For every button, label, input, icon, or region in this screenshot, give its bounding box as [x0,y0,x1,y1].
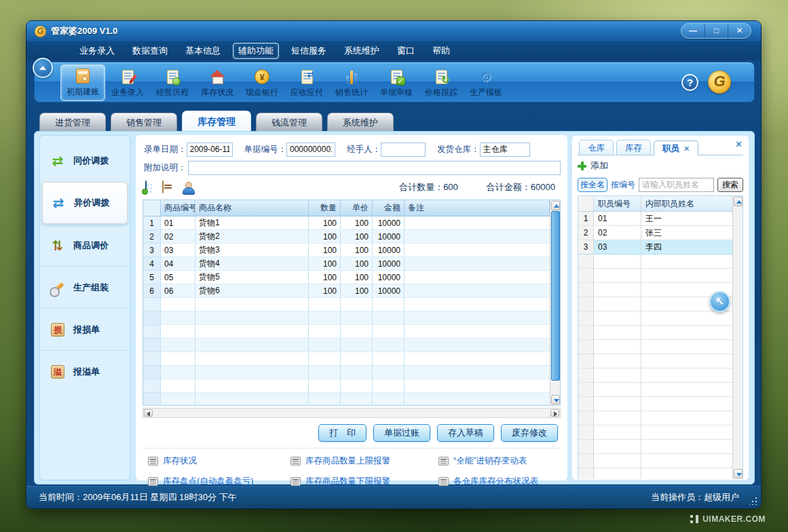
tab-sales-management[interactable]: 销售管理 [111,113,177,131]
menu-basic-info[interactable]: 基本信息 [185,45,221,57]
handler-input[interactable] [381,142,426,157]
table-row[interactable]: 202货物210010010000 [143,230,550,244]
scroll-up-icon[interactable] [551,201,560,210]
menu-window[interactable]: 窗口 [397,45,415,57]
add-plus-icon [578,162,586,170]
table-empty-row [143,366,550,379]
search-button[interactable]: 搜索 [717,178,743,192]
horizontal-scrollbar[interactable] [143,408,561,418]
table-row[interactable]: 404货物410010010000 [143,257,550,271]
tab-inventory-management[interactable]: 库存管理 [182,111,251,131]
tab-system-maintenance[interactable]: 系统维护 [327,113,394,131]
document-pen-icon [119,69,136,85]
sidebar-item-goods-price-adjust[interactable]: ⇅ 商品调价 [40,224,130,266]
toolbar-voucher-audit-button[interactable]: ✓ 单据审核 [374,64,419,101]
scroll-down-icon[interactable] [551,395,560,404]
panel-close-icon[interactable]: ✕ [735,139,743,149]
employee-row-selected[interactable]: 303李四 [578,240,732,254]
module-tab-bar: 进货管理 销售管理 库存管理 钱流管理 系统维护 [39,111,394,131]
menu-business-entry[interactable]: 业务录入 [79,45,115,57]
table-empty-row [143,352,550,366]
link-inventory-status[interactable]: 库存状况 [148,455,290,467]
toolbar-cash-bank-button[interactable]: ¥ 现金银行 [240,64,284,101]
report-icon [290,457,301,466]
document-clock-icon [164,69,181,85]
vertical-scrollbar[interactable] [550,200,560,405]
add-button[interactable]: 添加 [590,159,608,172]
goods-select-icon[interactable] [162,181,176,194]
document-cycle-icon: ↻ [432,69,450,85]
employee-row[interactable]: 202张三 [578,226,732,240]
menu-data-query[interactable]: 数据查询 [132,45,168,57]
collapse-toolbar-button[interactable] [33,58,53,78]
maximize-button[interactable]: □ [705,24,728,38]
sidebar-item-diff-price-transfer[interactable]: ⇄ 异价调拨 [42,182,128,224]
sidebar-item-overflow-report[interactable]: 溢 报溢单 [40,350,130,392]
toolbar-inventory-status-button[interactable]: 库存状况 [195,64,240,101]
toolbar-price-tracking-button[interactable]: ↻ 价格跟踪 [419,64,464,101]
cursor-pointer-icon: ↖ [709,291,730,312]
toolbar-receivables-payables-button[interactable]: ⇄ 应收应付 [284,64,329,101]
resize-grip[interactable] [749,497,757,505]
tab-employee[interactable]: 职员✕ [654,140,698,155]
save-draft-button[interactable]: 存入草稿 [437,424,494,442]
scroll-right-icon[interactable] [550,409,559,417]
watermark: UIMAKER.COM [690,514,766,524]
tab-close-icon[interactable]: ✕ [683,141,690,156]
col-note: 备注 [405,200,550,216]
tab-cashflow-management[interactable]: 钱流管理 [256,113,322,131]
scroll-down-icon[interactable] [734,469,743,478]
employee-search-input[interactable] [639,178,714,192]
sidebar-item-production-assembly[interactable]: 生产组装 [40,266,130,308]
employee-empty-row [578,440,732,454]
doc-number-input[interactable] [286,142,335,157]
warehouse-input[interactable] [480,142,530,157]
report-icon [290,477,301,486]
warehouse-select-icon[interactable] [143,181,156,194]
link-almighty-flow-report[interactable]: “全能”进销存变动表 [438,455,561,467]
tab-inventory[interactable]: 库存 [616,140,651,155]
title-bar: G 管家婆2009 V1.0 — □ ✕ [26,21,761,41]
date-input[interactable] [187,142,233,157]
menu-sms-service[interactable]: 短信服务 [291,45,326,57]
tab-purchase-management[interactable]: 进货管理 [39,113,106,131]
table-row[interactable]: 505货物510010010000 [143,271,550,284]
menu-system-maintenance[interactable]: 系统维护 [344,45,379,57]
toolbar-sales-statistics-button[interactable]: 销售统计 [329,64,374,101]
toolbar-initial-accounts-button[interactable]: 初期建账 [60,64,105,101]
toolbar-business-entry-button[interactable]: 业务录入 [105,64,150,101]
menu-auxiliary-functions[interactable]: 辅助功能 [233,43,279,59]
minimize-button[interactable]: — [681,24,705,38]
note-input[interactable] [188,161,561,175]
scroll-up-icon[interactable] [734,197,743,206]
discard-changes-button[interactable]: 废弃修改 [501,424,558,442]
print-button[interactable]: 打 印 [318,424,367,442]
table-row[interactable]: 101货物110010010000 [143,216,550,230]
toolbar-business-history-button[interactable]: 经营历程 [150,64,195,101]
employee-select-icon[interactable] [182,182,193,193]
employee-empty-row [578,454,732,468]
toolbar-production-template-button[interactable]: ⚙ 生产模板 [464,64,508,101]
scrollbar-thumb[interactable] [551,211,560,381]
action-buttons: 打 印 单据过账 存入草稿 废弃修改 [143,424,561,442]
help-icon[interactable]: ? [681,74,698,91]
employee-scrollbar[interactable] [732,196,743,479]
price-adjust-arrows-icon: ⇅ [49,238,67,254]
report-icon [148,477,158,486]
search-by-code-option[interactable]: 按编号 [611,179,635,191]
link-upper-limit-alert[interactable]: 库存商品数量上限报警 [290,455,438,467]
search-by-name-option[interactable]: 按全名 [578,178,607,192]
employee-row[interactable]: 101王一 [578,212,732,226]
scroll-left-icon[interactable] [144,409,153,417]
sidebar-item-loss-report[interactable]: 损 报损单 [40,308,130,350]
table-row[interactable]: 606货物610010010000 [143,284,550,298]
tab-warehouse[interactable]: 仓库 [579,140,614,155]
employee-empty-row [578,283,732,297]
table-row[interactable]: 303货物310010010000 [143,244,550,257]
sidebar-item-same-price-transfer[interactable]: ⇄ 同价调拨 [40,140,130,182]
items-table: 商品编号 商品名称 数量 单价 金额 备注 101货物110010010000 … [143,200,561,406]
close-button[interactable]: ✕ [728,24,751,38]
post-voucher-button[interactable]: 单据过账 [373,424,430,442]
menu-help[interactable]: 帮助 [432,45,450,57]
employee-empty-row [578,254,732,269]
